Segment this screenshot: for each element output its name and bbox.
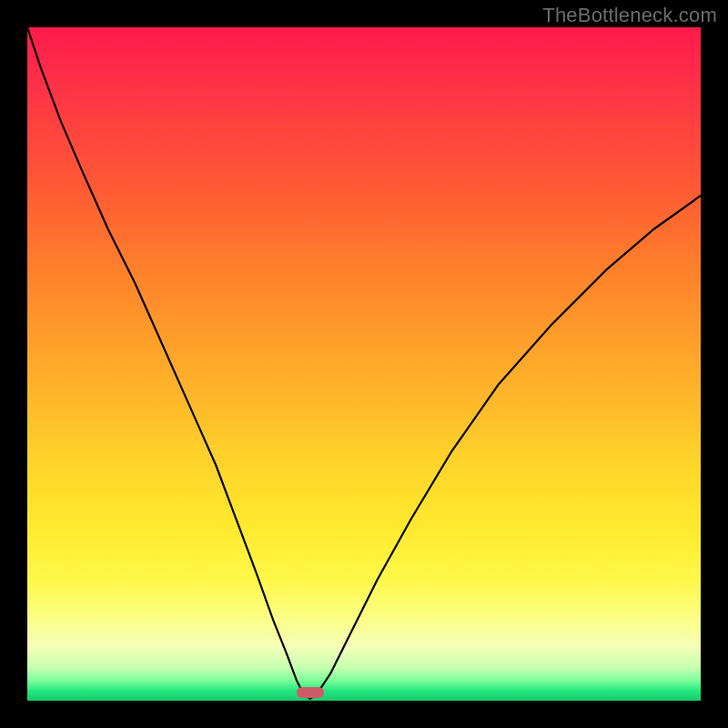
optimal-range-marker: [297, 687, 324, 698]
plot-area: [27, 27, 701, 701]
bottleneck-curve: [27, 27, 701, 699]
watermark-text: TheBottleneck.com: [542, 4, 717, 27]
curve-svg: [27, 27, 701, 701]
chart-frame: TheBottleneck.com: [0, 0, 728, 728]
